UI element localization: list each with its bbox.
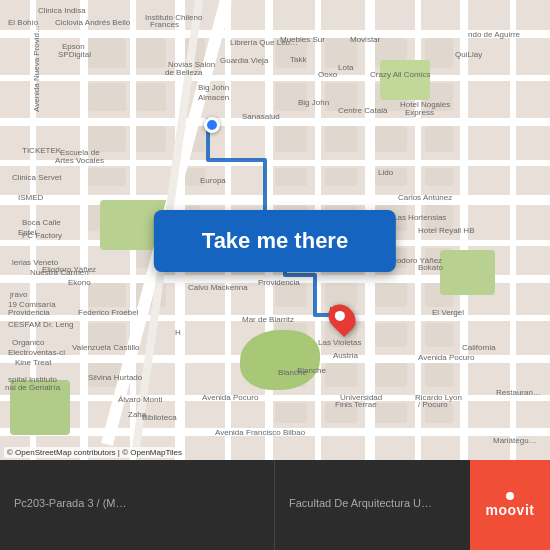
street-v11 [510,0,516,460]
moovit-dot [506,492,514,500]
take-me-there-button[interactable]: Take me there [154,210,396,272]
green-area-providencia [240,330,320,390]
destination-marker [330,303,354,333]
street-v10 [460,0,468,460]
moovit-text: moovit [486,502,535,518]
map-container: Ciclovia Andrés Bello Avenida Nueva Prov… [0,0,550,460]
from-label-top: Pc203-Parada 3 / (M… [14,497,260,509]
bottom-bar: Pc203-Parada 3 / (M… Facultad De Arquite… [0,460,550,550]
street-v2 [80,0,88,460]
moovit-logo: moovit [470,460,550,550]
map-attribution: © OpenStreetMap contributors | © OpenMap… [4,447,185,458]
green-area-3 [380,60,430,100]
green-area-4 [10,380,70,435]
from-section: Pc203-Parada 3 / (M… [0,460,275,550]
green-area-5 [440,250,495,295]
origin-marker [204,117,220,133]
